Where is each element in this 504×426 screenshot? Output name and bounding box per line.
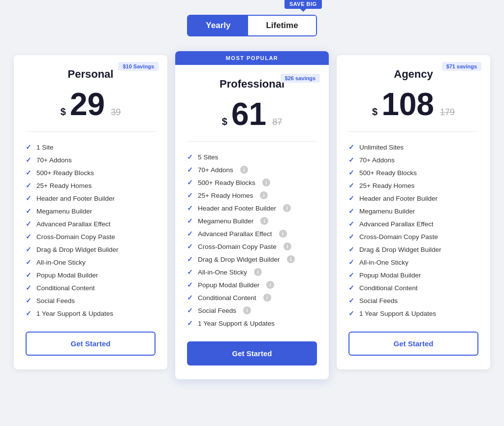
- info-icon[interactable]: i: [240, 166, 248, 174]
- billing-toggle-wrapper: SAVE BIG Yearly Lifetime: [187, 15, 316, 36]
- feature-text: Megamenu Builder: [359, 208, 415, 215]
- check-icon: ✓: [26, 258, 32, 266]
- check-icon: ✓: [187, 230, 193, 238]
- lifetime-toggle-btn[interactable]: Lifetime: [248, 16, 315, 35]
- info-icon[interactable]: i: [287, 255, 295, 263]
- feature-item: ✓ Cross-Domain Copy Paste i: [187, 240, 317, 253]
- check-icon: ✓: [187, 153, 193, 161]
- feature-item: ✓ Social Feeds i: [187, 304, 317, 317]
- price-main: 108: [381, 89, 434, 120]
- info-icon[interactable]: i: [266, 281, 274, 289]
- check-icon: ✓: [26, 182, 32, 189]
- price-row: $ 29 39: [26, 89, 156, 122]
- feature-text: 500+ Ready Blocks: [359, 169, 417, 177]
- feature-item: ✓ Conditional Content: [26, 281, 156, 294]
- feature-text: Advanced Parallax Effect: [359, 220, 434, 228]
- price-dollar-sign: $: [61, 106, 66, 118]
- info-icon[interactable]: i: [260, 217, 268, 225]
- check-icon: ✓: [348, 284, 354, 292]
- price-dollar-sign: $: [372, 106, 378, 118]
- check-icon: ✓: [187, 204, 193, 212]
- card-inner: $26 savings Professional $ 61 87 ✓ 5 Sit…: [175, 65, 329, 379]
- feature-text: 5 Sites: [198, 153, 218, 161]
- check-icon: ✓: [26, 245, 32, 253]
- feature-text: Unlimited Sites: [359, 144, 404, 151]
- feature-item: ✓ Drag & Drop Widget Builder: [26, 243, 156, 256]
- feature-item: ✓ Cross-Domain Copy Paste: [348, 230, 478, 243]
- check-icon: ✓: [348, 309, 354, 317]
- price-original: 179: [440, 107, 455, 118]
- check-icon: ✓: [26, 271, 32, 279]
- feature-item: ✓ Advanced Parallax Effect: [348, 217, 478, 230]
- cta-button-agency[interactable]: Get Started: [348, 332, 478, 356]
- feature-list: ✓ Unlimited Sites ✓ 70+ Addons ✓ 500+ Re…: [348, 141, 478, 320]
- billing-period-toggle: Yearly Lifetime: [187, 15, 316, 36]
- check-icon: ✓: [187, 191, 193, 199]
- check-icon: ✓: [187, 294, 193, 302]
- info-icon[interactable]: i: [262, 179, 270, 186]
- feature-text: 70+ Addons: [198, 166, 233, 174]
- check-icon: ✓: [348, 207, 354, 215]
- feature-item: ✓ 500+ Ready Blocks: [26, 166, 156, 179]
- feature-text: Megamenu Builder: [36, 208, 92, 215]
- feature-text: 25+ Ready Homes: [36, 182, 92, 189]
- feature-item: ✓ All-in-One Sticky i: [187, 266, 317, 278]
- feature-text: 500+ Ready Blocks: [198, 179, 255, 186]
- feature-text: Cross-Domain Copy Paste: [359, 233, 438, 241]
- check-icon: ✓: [187, 166, 193, 174]
- card-divider: [348, 131, 478, 132]
- info-icon[interactable]: i: [279, 230, 287, 238]
- feature-text: Drag & Drop Widget Builder: [36, 246, 119, 253]
- check-icon: ✓: [26, 207, 32, 215]
- feature-text: 1 Year Support & Updates: [359, 310, 436, 317]
- price-original: 39: [111, 107, 121, 118]
- yearly-toggle-btn[interactable]: Yearly: [188, 16, 248, 35]
- savings-badge: $71 savings: [442, 62, 481, 71]
- feature-item: ✓ All-in-One Sticky: [26, 256, 156, 269]
- cta-button-professional[interactable]: Get Started: [187, 341, 317, 365]
- feature-item: ✓ Drag & Drop Widget Builder: [348, 243, 478, 256]
- check-icon: ✓: [348, 258, 354, 266]
- card-inner: $71 savings Agency $ 108 179 ✓ Unlimited…: [337, 55, 490, 369]
- pricing-card-agency: $71 savings Agency $ 108 179 ✓ Unlimited…: [337, 55, 490, 369]
- feature-item: ✓ 70+ Addons i: [187, 163, 317, 176]
- feature-text: Conditional Content: [36, 284, 95, 292]
- price-dollar-sign: $: [222, 116, 227, 127]
- card-divider: [187, 141, 317, 142]
- feature-text: Social Feeds: [198, 307, 236, 314]
- info-icon[interactable]: i: [283, 204, 291, 212]
- feature-text: All-in-One Sticky: [359, 259, 409, 266]
- feature-text: Cross-Domain Copy Paste: [36, 233, 115, 241]
- info-icon[interactable]: i: [284, 243, 291, 250]
- savings-badge: $26 savings: [281, 74, 320, 83]
- feature-item: ✓ Header and Footer Builder i: [187, 202, 317, 214]
- info-icon[interactable]: i: [263, 294, 271, 302]
- info-icon[interactable]: i: [254, 268, 262, 276]
- feature-item: ✓ 500+ Ready Blocks: [348, 166, 478, 179]
- check-icon: ✓: [26, 169, 32, 177]
- feature-item: ✓ 25+ Ready Homes i: [187, 189, 317, 202]
- cta-button-personal[interactable]: Get Started: [26, 332, 156, 356]
- check-icon: ✓: [26, 194, 32, 202]
- feature-text: Header and Footer Builder: [36, 195, 115, 202]
- feature-text: Popup Modal Builder: [359, 272, 421, 279]
- feature-text: Cross-Domain Copy Paste: [198, 243, 277, 250]
- feature-text: Drag & Drop Widget Builder: [198, 256, 280, 263]
- feature-text: All-in-One Sticky: [36, 259, 86, 266]
- feature-text: 1 Year Support & Updates: [36, 310, 113, 317]
- price-original: 87: [272, 117, 282, 127]
- info-icon[interactable]: i: [260, 191, 268, 199]
- check-icon: ✓: [187, 268, 193, 276]
- feature-item: ✓ Megamenu Builder: [348, 205, 478, 217]
- check-icon: ✓: [26, 143, 32, 151]
- feature-item: ✓ Megamenu Builder i: [187, 214, 317, 227]
- check-icon: ✓: [187, 281, 193, 289]
- check-icon: ✓: [348, 182, 354, 189]
- info-icon[interactable]: i: [243, 306, 251, 314]
- feature-item: ✓ 1 Year Support & Updates: [348, 307, 478, 320]
- most-popular-banner: MOST POPULAR: [175, 51, 329, 65]
- feature-text: Header and Footer Builder: [359, 195, 438, 202]
- check-icon: ✓: [348, 143, 354, 151]
- feature-text: Conditional Content: [359, 284, 418, 292]
- feature-text: Megamenu Builder: [198, 217, 253, 225]
